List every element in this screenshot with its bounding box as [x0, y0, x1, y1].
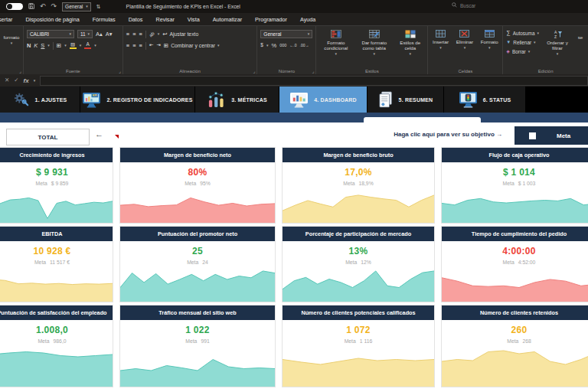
fill-button[interactable]: ▼Rellenar▾ [506, 38, 539, 47]
comma-format-icon[interactable]: 000 [279, 44, 286, 48]
kpi-card-title: Crecimiento de ingresos [0, 148, 113, 162]
copy-format-button[interactable]: formato ▾ [3, 34, 20, 45]
percent-format-icon[interactable]: % [271, 43, 276, 49]
merge-center-button[interactable]: ⊞ Combinar y centrar ▾ [164, 43, 220, 49]
meta-toggle[interactable]: Meta [514, 126, 588, 145]
tab-vista[interactable]: Vista [188, 16, 200, 23]
cells-group-label: Celdas [428, 69, 502, 74]
ribbon-options-icon[interactable]: ⇅ [96, 4, 101, 9]
align-bottom-icon[interactable]: ≡ [139, 31, 142, 38]
decrease-decimal-icon[interactable]: .00→ [300, 44, 309, 47]
kpi-card-crecimiento-ingresos: Crecimiento de ingresos $ 9 931 Meta$ 9 … [0, 147, 113, 224]
conditional-formatting-icon [331, 30, 341, 38]
tab-disposicion[interactable]: Disposición de página [25, 16, 79, 23]
dialog-launcher-icon[interactable]: ⌟ [119, 69, 121, 74]
find-select-button-partial[interactable]: se [576, 34, 585, 66]
kpi-meta-value: 24 [202, 260, 208, 265]
decrease-indent-icon[interactable]: ⇤ [149, 43, 153, 48]
autosave-toggle[interactable] [6, 3, 23, 10]
sheet-tab-dashboard[interactable]: 4. DASHBOARD [279, 87, 368, 113]
underline-button[interactable]: S [41, 43, 44, 49]
conditional-formatting-button[interactable]: Formato condicional ▾ [319, 30, 352, 66]
kpi-card-title: Puntuación de satisfacción del empleado [0, 305, 113, 320]
fill-down-icon: ▼ [506, 40, 511, 44]
tab-automatizar[interactable]: Automatizar [213, 16, 242, 23]
kpi-card-trafico-web: Tráfico mensual del sitio web 1 022 Meta… [119, 305, 276, 387]
align-middle-icon[interactable]: ≡ [132, 31, 136, 38]
sigma-icon: ∑ [506, 30, 510, 36]
sheet-tab-status[interactable]: 6. STATUS [444, 87, 526, 113]
total-filter-dropdown[interactable]: TOTAL [6, 129, 90, 145]
svg-text:Z: Z [554, 34, 557, 39]
autosum-button[interactable]: ∑Autosuma▾ [506, 28, 539, 38]
increase-decimal-icon[interactable]: ←.0 [289, 44, 296, 47]
format-cells-button[interactable]: Formato ▾ [479, 30, 499, 66]
dialog-launcher-icon[interactable]: ⌟ [253, 69, 256, 74]
orientation-icon[interactable]: ab [149, 31, 155, 38]
kpi-card-value: 4:00:00 [442, 246, 588, 256]
formula-input[interactable] [40, 76, 588, 86]
sort-filter-button[interactable]: AZ Ordenar y filtrar ▾ [544, 30, 570, 66]
borders-icon[interactable]: ⊞ [57, 43, 61, 49]
kpi-card-value: 25 [120, 246, 275, 256]
sheet-tab-ajustes[interactable]: 1. AJUSTES [0, 87, 80, 113]
chevron-down-icon[interactable]: ▾ [47, 44, 50, 47]
align-center-icon[interactable]: ≡ [132, 43, 136, 49]
increase-font-icon[interactable]: A▴ [96, 31, 103, 38]
fill-color-icon[interactable]: ▨ [70, 42, 77, 50]
bold-button[interactable]: N [27, 43, 31, 49]
sheet-tab-resumen[interactable]: 5. RESUMEN [368, 87, 444, 113]
delete-cells-button[interactable]: Eliminar ▾ [455, 30, 475, 66]
format-as-table-button[interactable]: Dar formato como tabla ▾ [357, 30, 391, 66]
align-right-icon[interactable]: ≡ [139, 43, 142, 49]
tab-ayuda[interactable]: Ayuda [300, 16, 315, 23]
number-format-dropdown[interactable]: General▾ [260, 30, 312, 38]
save-icon[interactable] [28, 3, 34, 11]
undo-icon[interactable]: ↶ [40, 3, 46, 10]
kpi-meta-value: 986,0 [54, 338, 67, 344]
tab-programador[interactable]: Programador [255, 16, 287, 23]
cell-styles-button[interactable]: Estilos de celda ▾ [396, 30, 424, 66]
insert-function-icon[interactable]: fx [24, 77, 29, 84]
quick-style-dropdown[interactable]: General▾ [62, 2, 91, 11]
tab-insertar[interactable]: Insertar [0, 16, 12, 23]
meta-checkbox-icon[interactable] [529, 132, 536, 139]
font-family-dropdown[interactable]: CALIBRI▾ [27, 30, 74, 38]
font-color-icon[interactable]: A [84, 42, 91, 50]
tab-formulas[interactable]: Fórmulas [93, 16, 116, 23]
kpi-card-title: EBITDA [0, 227, 113, 241]
dialog-launcher-icon[interactable]: ⌟ [19, 69, 21, 74]
kpi-card-title: Tiempo de cumplimiento del pedido [442, 227, 588, 241]
increase-indent-icon[interactable]: ⇥ [156, 43, 160, 48]
enter-icon[interactable]: ✓ [14, 77, 18, 83]
clipboard-group-partial: formato ▾ ⌟ [0, 26, 24, 74]
wrap-text-button[interactable]: ↩ Ajustar texto [162, 31, 198, 38]
filter-row: TOTAL ← Haga clic aquí para ver su objet… [0, 122, 588, 147]
tab-revisar[interactable]: Revisar [155, 16, 174, 23]
redo-icon[interactable]: ↷ [51, 3, 57, 10]
italic-button[interactable]: K [34, 43, 38, 49]
currency-format-icon[interactable]: $ [260, 43, 263, 48]
kpi-card-value: $ 1 014 [442, 167, 588, 178]
tab-datos[interactable]: Datos [129, 16, 143, 23]
monitor-chart-icon [289, 92, 309, 108]
dialog-launcher-icon[interactable]: ⌟ [312, 69, 315, 74]
kpi-sparkline [283, 189, 434, 223]
monitor-kpi-icon: KPI [82, 92, 101, 108]
clear-button[interactable]: ◈Borrar▾ [506, 47, 539, 56]
sheet-tab-metricas[interactable]: 3. MÉTRICAS [195, 87, 279, 113]
align-left-icon[interactable]: ≡ [126, 43, 129, 49]
chevron-down-icon[interactable]: ▾ [34, 79, 36, 83]
cancel-icon[interactable]: ✕ [5, 77, 9, 83]
kpi-sparkline [442, 189, 588, 223]
kpi-sparkline [283, 268, 434, 302]
insert-cells-button[interactable]: Insertar ▾ [431, 30, 449, 66]
align-top-icon[interactable]: ≡ [126, 31, 129, 38]
sheet-tab-registro[interactable]: KPI 2. REGISTRO DE INDICADORES [80, 87, 195, 113]
chevron-down-icon: ▾ [86, 5, 88, 8]
back-arrow-icon[interactable]: ← [95, 129, 103, 139]
chevron-down-icon: ▾ [87, 32, 90, 36]
decrease-font-icon[interactable]: A▾ [106, 31, 113, 38]
search-box[interactable]: Buscar [452, 2, 475, 8]
font-size-dropdown[interactable]: 11▾ [77, 30, 93, 38]
